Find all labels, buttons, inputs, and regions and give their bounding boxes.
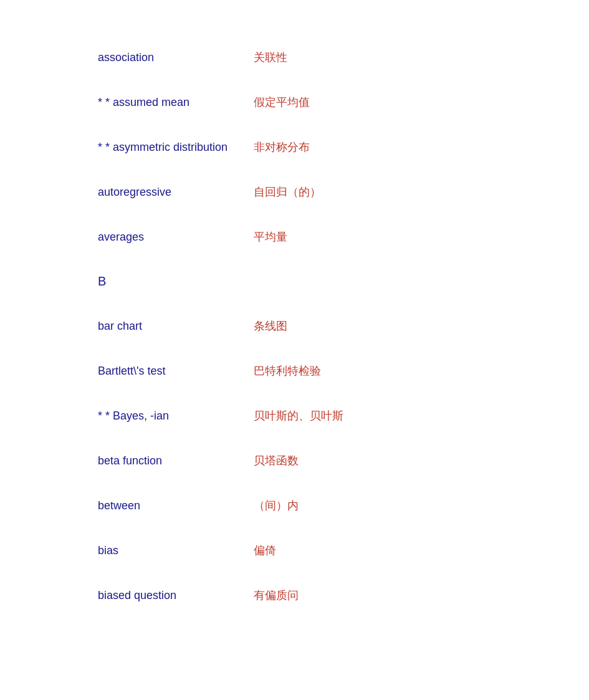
- entry-english-averages: averages: [98, 231, 241, 244]
- entry-english-bartletts-test: Bartlett\'s test: [98, 365, 241, 378]
- list-item: beta function贝塔函数: [98, 453, 589, 468]
- entry-chinese-autoregressive: 自回归（的）: [254, 185, 321, 199]
- list-item: between（间）内: [98, 498, 589, 513]
- list-item: averages平均量: [98, 229, 589, 244]
- entry-english-between: between: [98, 499, 241, 512]
- list-item: association关联性: [98, 50, 589, 65]
- section-letter-b: B: [98, 274, 589, 289]
- list-item: autoregressive自回归（的）: [98, 185, 589, 199]
- list-item: Bartlett\'s test巴特利特检验: [98, 363, 589, 378]
- entry-chinese-asymmetric-distribution: 非对称分布: [254, 140, 310, 155]
- entry-english-bar-chart: bar chart: [98, 320, 241, 333]
- entry-chinese-bayes: 贝叶斯的、贝叶斯: [254, 408, 343, 423]
- list-item: biased question有偏质问: [98, 588, 589, 603]
- entry-chinese-bartletts-test: 巴特利特检验: [254, 363, 321, 378]
- entry-english-bias: bias: [98, 544, 241, 557]
- entry-english-beta-function: beta function: [98, 454, 241, 467]
- main-content: association关联性* assumed mean假定平均值* asymm…: [0, 0, 589, 683]
- entry-english-bayes: * Bayes, -ian: [98, 410, 241, 423]
- entry-english-biased-question: biased question: [98, 589, 241, 602]
- list-item: * Bayes, -ian贝叶斯的、贝叶斯: [98, 408, 589, 423]
- entry-chinese-biased-question: 有偏质问: [254, 588, 299, 603]
- entry-chinese-between: （间）内: [254, 498, 299, 513]
- entry-english-association: association: [98, 51, 241, 64]
- entry-chinese-association: 关联性: [254, 50, 287, 65]
- entry-chinese-bar-chart: 条线图: [254, 319, 287, 333]
- list-item: * asymmetric distribution非对称分布: [98, 140, 589, 155]
- entry-english-autoregressive: autoregressive: [98, 186, 241, 199]
- entry-english-assumed-mean: * assumed mean: [98, 96, 241, 109]
- list-item: bar chart条线图: [98, 319, 589, 333]
- list-item: * assumed mean假定平均值: [98, 95, 589, 110]
- entry-english-asymmetric-distribution: * asymmetric distribution: [98, 141, 241, 154]
- entry-chinese-assumed-mean: 假定平均值: [254, 95, 310, 110]
- entry-chinese-averages: 平均量: [254, 229, 287, 244]
- list-item: bias偏倚: [98, 543, 589, 558]
- entry-chinese-bias: 偏倚: [254, 543, 276, 558]
- entry-chinese-beta-function: 贝塔函数: [254, 453, 299, 468]
